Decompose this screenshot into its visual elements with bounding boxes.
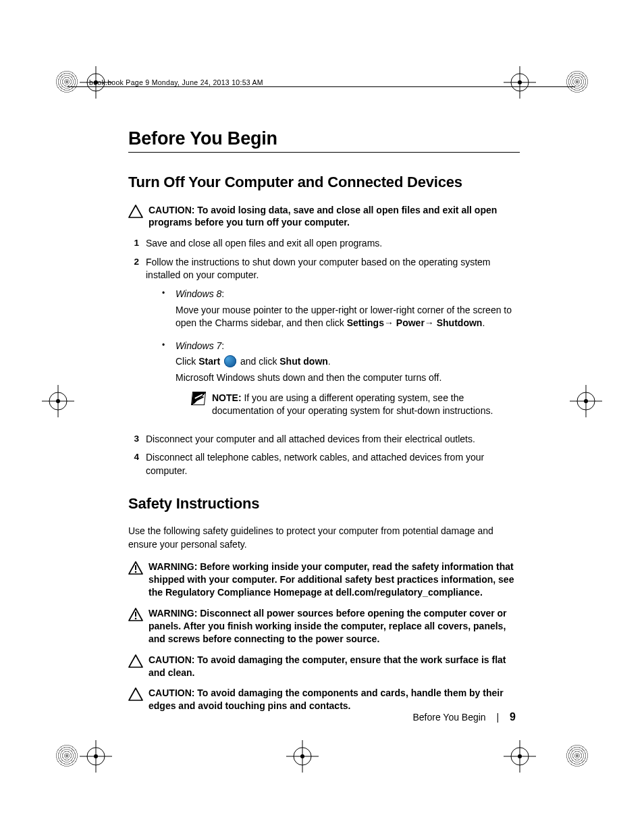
- note-text: If you are using a different operating s…: [212, 392, 493, 417]
- caution-alert: CAUTION: To avoid damaging the computer,…: [128, 654, 520, 679]
- print-registration-dot: [55, 70, 78, 93]
- warning-alert: WARNING: Disconnect all power sources be…: [128, 607, 520, 646]
- note-label: NOTE:: [212, 392, 242, 403]
- step-number: 3: [128, 433, 139, 446]
- print-registration-dot: [566, 744, 589, 767]
- caution-alert: CAUTION: To avoid losing data, save and …: [128, 204, 520, 230]
- step-number: 1: [128, 237, 139, 251]
- alert-text: To avoid losing data, save and close all…: [149, 205, 497, 228]
- step-text: Disconnect your computer and all attache…: [146, 433, 520, 446]
- note-icon: [191, 392, 206, 405]
- step-item: 2 Follow the instructions to shut down y…: [128, 256, 520, 427]
- print-registration-dot: [55, 744, 78, 767]
- caution-icon: [128, 205, 143, 218]
- warning-icon: [128, 561, 143, 575]
- alert-label: WARNING:: [149, 561, 197, 572]
- warning-alert: WARNING: Before working inside your comp…: [128, 561, 520, 599]
- steps-list: 1 Save and close all open files and exit…: [128, 237, 520, 477]
- alert-label: CAUTION:: [149, 654, 194, 665]
- page-footer: Before You Begin | 9: [412, 711, 516, 723]
- crop-mark-icon: [80, 740, 112, 773]
- sub-paragraph: Move your mouse pointer to the upper-rig…: [176, 304, 520, 330]
- crop-mark-icon: [42, 385, 74, 417]
- intro-paragraph: Use the following safety guidelines to p…: [128, 525, 520, 551]
- crop-mark-icon: [286, 740, 319, 773]
- windows-logo-icon: [224, 355, 236, 367]
- section-heading: Turn Off Your Computer and Connected Dev…: [128, 173, 520, 192]
- caution-icon: [128, 654, 143, 668]
- crop-mark-icon: [504, 66, 536, 99]
- alert-label: CAUTION:: [149, 205, 194, 215]
- alert-text: To avoid damaging the components and car…: [149, 687, 504, 711]
- crop-mark-icon: [570, 385, 602, 417]
- step-item: 3 Disconnect your computer and all attac…: [128, 433, 520, 446]
- crop-mark-icon: [504, 740, 536, 773]
- caution-alert: CAUTION: To avoid damaging the component…: [128, 687, 520, 712]
- step-text: Save and close all open files and exit a…: [146, 237, 520, 251]
- alert-text: Disconnect all power sources before open…: [149, 608, 507, 644]
- footer-title: Before You Begin: [412, 712, 485, 723]
- sub-label: Windows 7: [176, 340, 221, 351]
- sub-item-windows-8: Windows 8: Move your mouse pointer to th…: [162, 288, 520, 330]
- sub-paragraph: Click Start and click Shut down.: [176, 355, 520, 369]
- alert-label: WARNING:: [149, 608, 197, 619]
- step-number: 2: [128, 256, 139, 427]
- print-header-text: book.book Page 9 Monday, June 24, 2013 1…: [89, 78, 263, 86]
- warning-icon: [128, 608, 143, 621]
- sub-list: Windows 8: Move your mouse pointer to th…: [162, 288, 520, 418]
- alert-text: Before working inside your computer, rea…: [149, 561, 514, 598]
- step-text: Disconnect all telephone cables, network…: [146, 451, 520, 477]
- sub-paragraph: Microsoft Windows shuts down and then th…: [176, 371, 520, 385]
- sub-label: Windows 8: [176, 288, 221, 299]
- note-block: NOTE: If you are using a different opera…: [192, 392, 520, 418]
- page-title: Before You Begin: [128, 128, 520, 153]
- step-item: 1 Save and close all open files and exit…: [128, 237, 520, 251]
- sub-item-windows-7: Windows 7: Click Start and click Shut do…: [162, 340, 520, 418]
- section-heading: Safety Instructions: [128, 494, 520, 513]
- caution-icon: [128, 687, 143, 701]
- step-text: Follow the instructions to shut down you…: [146, 257, 491, 281]
- page-number: 9: [510, 711, 516, 723]
- step-number: 4: [128, 451, 139, 477]
- step-item: 4 Disconnect all telephone cables, netwo…: [128, 451, 520, 477]
- page-content: Before You Begin Turn Off Your Computer …: [128, 128, 520, 721]
- alert-text: To avoid damaging the computer, ensure t…: [149, 654, 506, 678]
- header-rule: [68, 86, 575, 87]
- alert-label: CAUTION:: [149, 687, 194, 698]
- print-registration-dot: [566, 70, 589, 93]
